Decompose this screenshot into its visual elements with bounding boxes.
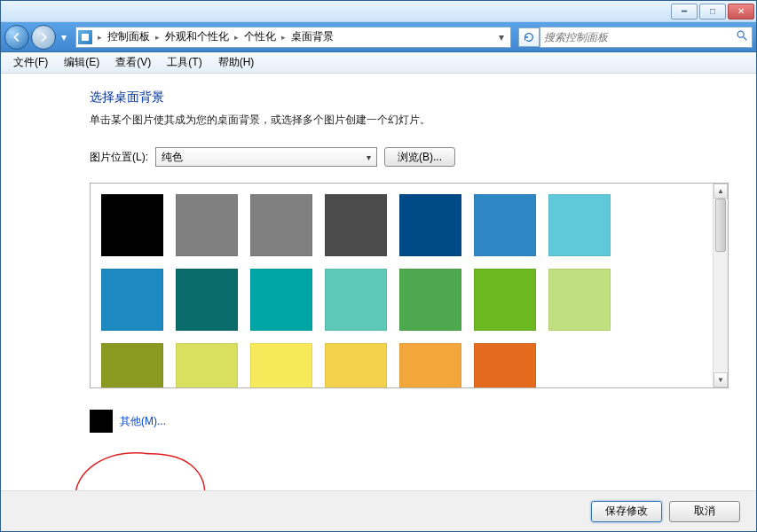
crumb-control-panel[interactable]: 控制面板 <box>104 27 154 47</box>
color-swatch[interactable] <box>250 343 312 387</box>
scroll-up-button[interactable]: ▲ <box>714 184 728 199</box>
color-swatch[interactable] <box>474 269 536 331</box>
color-swatch[interactable] <box>325 194 387 256</box>
svg-line-1 <box>744 37 747 41</box>
color-swatch[interactable] <box>176 269 238 331</box>
crumb-desktop-background[interactable]: 桌面背景 <box>288 27 337 47</box>
color-swatch[interactable] <box>399 343 461 387</box>
color-swatch[interactable] <box>176 343 238 387</box>
color-swatch-grid <box>91 184 713 387</box>
minimize-button[interactable]: ━ <box>671 4 698 20</box>
color-swatch-panel: ▲ ▼ <box>90 183 729 388</box>
refresh-button[interactable] <box>518 27 540 47</box>
chevron-right-icon: ▸ <box>154 33 162 42</box>
color-swatch[interactable] <box>399 194 461 256</box>
color-swatch[interactable] <box>325 269 387 331</box>
picture-location-label: 图片位置(L): <box>90 150 148 165</box>
titlebar: ━ □ ✕ <box>1 1 756 22</box>
maximize-button[interactable]: □ <box>699 4 726 20</box>
forward-button[interactable] <box>31 25 56 50</box>
color-swatch[interactable] <box>101 269 163 331</box>
address-dropdown[interactable]: ▾ <box>494 27 509 47</box>
color-swatch[interactable] <box>325 343 387 387</box>
scroll-thumb[interactable] <box>715 199 726 252</box>
color-swatch[interactable] <box>548 194 611 256</box>
menu-file[interactable]: 文件(F) <box>6 52 55 73</box>
picture-location-select[interactable]: 纯色 <box>155 147 377 167</box>
search-box[interactable] <box>540 27 753 48</box>
window: ━ □ ✕ ▾ ▸ 控制面板 ▸ 外观和个性化 ▸ 个性化 ▸ 桌面背景 ▾ <box>0 0 757 532</box>
scrollbar[interactable]: ▲ ▼ <box>713 184 728 387</box>
page-subtext: 单击某个图片使其成为您的桌面背景，或选择多个图片创建一个幻灯片。 <box>90 113 729 128</box>
crumb-appearance[interactable]: 外观和个性化 <box>162 27 233 47</box>
footer: 保存修改 取消 <box>1 490 756 531</box>
other-color-link[interactable]: 其他(M)... <box>120 414 166 429</box>
menu-edit[interactable]: 编辑(E) <box>57 52 106 73</box>
content-area: 选择桌面背景 单击某个图片使其成为您的桌面背景，或选择多个图片创建一个幻灯片。 … <box>1 74 756 490</box>
back-button[interactable] <box>4 25 29 50</box>
hand-drawn-annotation <box>63 446 223 490</box>
address-bar[interactable]: ▸ 控制面板 ▸ 外观和个性化 ▸ 个性化 ▸ 桌面背景 ▾ <box>75 27 511 48</box>
cancel-button[interactable]: 取消 <box>669 501 740 522</box>
save-button[interactable]: 保存修改 <box>591 501 662 522</box>
scroll-track[interactable] <box>714 199 728 372</box>
picture-location-value: 纯色 <box>162 150 183 165</box>
navbar: ▾ ▸ 控制面板 ▸ 外观和个性化 ▸ 个性化 ▸ 桌面背景 ▾ <box>1 22 756 52</box>
browse-button[interactable]: 浏览(B)... <box>384 147 455 167</box>
chevron-right-icon: ▸ <box>233 33 241 42</box>
current-color-swatch <box>90 410 113 433</box>
color-swatch[interactable] <box>474 194 536 256</box>
svg-point-0 <box>737 31 744 37</box>
scroll-down-button[interactable]: ▼ <box>714 372 728 387</box>
close-button[interactable]: ✕ <box>728 4 754 20</box>
color-swatch[interactable] <box>176 194 238 256</box>
control-panel-icon <box>78 30 92 44</box>
color-swatch[interactable] <box>474 343 536 387</box>
picture-location-row: 图片位置(L): 纯色 浏览(B)... <box>90 147 729 167</box>
color-swatch[interactable] <box>250 194 312 256</box>
crumb-personalization[interactable]: 个性化 <box>241 27 280 47</box>
color-swatch[interactable] <box>101 343 163 387</box>
color-swatch[interactable] <box>399 269 461 331</box>
chevron-right-icon: ▸ <box>96 33 104 42</box>
menu-tools[interactable]: 工具(T) <box>160 52 209 73</box>
color-swatch[interactable] <box>548 269 611 331</box>
menu-view[interactable]: 查看(V) <box>108 52 158 73</box>
color-swatch[interactable] <box>101 194 163 256</box>
menubar: 文件(F) 编辑(E) 查看(V) 工具(T) 帮助(H) <box>1 52 756 74</box>
search-icon[interactable] <box>736 29 748 44</box>
page-heading: 选择桌面背景 <box>90 90 729 106</box>
other-color-row: 其他(M)... <box>90 410 729 433</box>
menu-help[interactable]: 帮助(H) <box>211 52 262 73</box>
color-swatch[interactable] <box>250 269 312 331</box>
search-input[interactable] <box>544 31 736 43</box>
nav-history-dropdown[interactable]: ▾ <box>58 25 70 50</box>
chevron-right-icon: ▸ <box>280 33 288 42</box>
